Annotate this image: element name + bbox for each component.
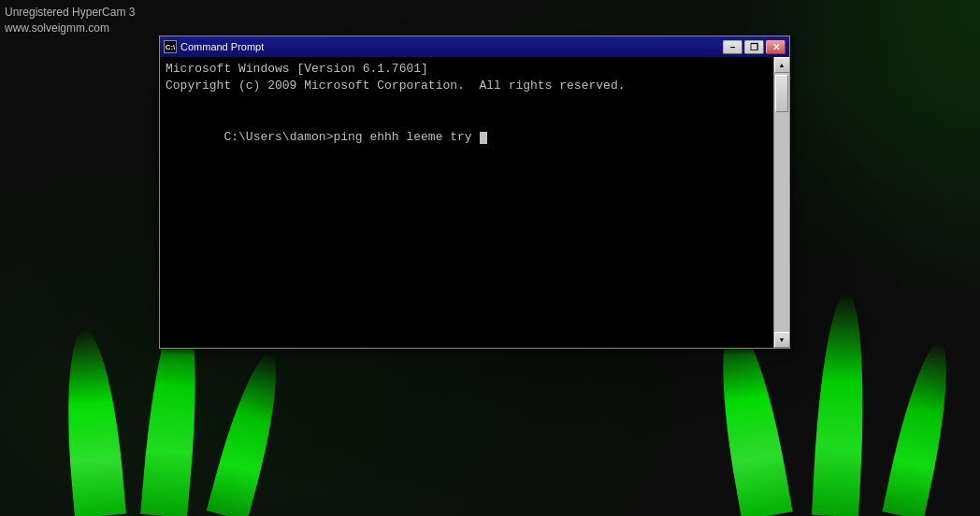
terminal-prompt-text: C:\Users\damon>ping ehhh leeme try xyxy=(223,130,479,144)
cmd-window: C:\ Command Prompt – ❐ ✕ Microsoft Windo… xyxy=(159,36,790,349)
claw-3 xyxy=(207,348,291,516)
watermark: Unregistered HyperCam 3 www.solveigmm.co… xyxy=(5,5,135,36)
terminal-line-3 xyxy=(166,94,768,111)
scroll-track[interactable] xyxy=(774,73,789,332)
cmd-icon-label: C:\ xyxy=(166,43,176,51)
claw-5 xyxy=(812,291,870,516)
terminal-prompt: C:\Users\damon>ping ehhh leeme try xyxy=(166,112,768,164)
claw-6 xyxy=(882,337,960,516)
title-bar-title: Command Prompt xyxy=(180,41,264,52)
cmd-icon: C:\ xyxy=(164,40,177,53)
terminal-cursor xyxy=(480,132,487,144)
scroll-thumb[interactable] xyxy=(775,75,788,112)
minimize-button[interactable]: – xyxy=(723,40,742,54)
scrollbar[interactable]: ▲ ▼ xyxy=(773,57,789,348)
terminal-area[interactable]: Microsoft Windows [Version 6.1.7601] Cop… xyxy=(160,57,789,348)
watermark-line1: Unregistered HyperCam 3 xyxy=(5,5,135,21)
close-button[interactable]: ✕ xyxy=(766,40,785,54)
terminal-content[interactable]: Microsoft Windows [Version 6.1.7601] Cop… xyxy=(160,57,773,348)
title-bar-buttons: – ❐ ✕ xyxy=(723,40,785,54)
claw-1 xyxy=(59,327,126,516)
watermark-line2: www.solveigmm.com xyxy=(5,21,135,36)
restore-button[interactable]: ❐ xyxy=(744,40,764,54)
terminal-line-1: Microsoft Windows [Version 6.1.7601] xyxy=(166,61,768,78)
scroll-up-button[interactable]: ▲ xyxy=(774,57,790,73)
title-bar[interactable]: C:\ Command Prompt – ❐ ✕ xyxy=(160,36,789,57)
terminal-line-2: Copyright (c) 2009 Microsoft Corporation… xyxy=(166,78,768,94)
title-bar-left: C:\ Command Prompt xyxy=(164,40,264,53)
scroll-down-button[interactable]: ▼ xyxy=(774,332,790,348)
